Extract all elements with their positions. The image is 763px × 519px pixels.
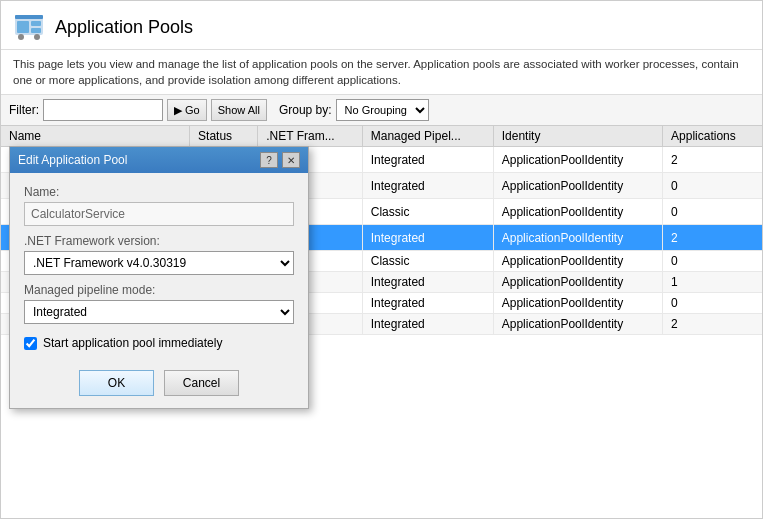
svg-point-5 [18,34,24,40]
dialog-help-button[interactable]: ? [260,152,278,168]
main-window: Application Pools This page lets you vie… [0,0,763,519]
toolbar: Filter: ▶ Go Show All Group by: No Group… [1,95,762,126]
name-label: Name: [24,185,294,199]
dialog-body: Name: .NET Framework version: .NET Frame… [10,173,308,362]
svg-rect-2 [17,21,29,33]
filter-label: Filter: [9,103,39,117]
show-all-button[interactable]: Show All [211,99,267,121]
svg-rect-4 [31,28,41,33]
dialog-controls: ? ✕ [260,152,300,168]
edit-app-pool-dialog: Edit Application Pool ? ✕ Name: . [9,146,309,409]
dialog-close-button[interactable]: ✕ [282,152,300,168]
name-group: Name: [24,185,294,226]
dialog-titlebar: Edit Application Pool ? ✕ [10,147,308,173]
pipeline-select[interactable]: Integrated Classic [24,300,294,324]
filter-input[interactable] [43,99,163,121]
net-framework-select[interactable]: .NET Framework v4.0.30319 .NET Framework… [24,251,294,275]
net-framework-group: .NET Framework version: .NET Framework v… [24,234,294,275]
net-framework-label: .NET Framework version: [24,234,294,248]
modal-overlay: Edit Application Pool ? ✕ Name: . [1,126,762,518]
svg-rect-3 [31,21,41,26]
cancel-button[interactable]: Cancel [164,370,239,396]
go-icon: ▶ [174,104,182,117]
pipeline-select-wrapper: Integrated Classic [24,300,294,324]
go-button[interactable]: ▶ Go [167,99,207,121]
dialog-title: Edit Application Pool [18,153,127,167]
pipeline-label: Managed pipeline mode: [24,283,294,297]
net-framework-select-wrapper: .NET Framework v4.0.30319 .NET Framework… [24,251,294,275]
start-immediately-row: Start application pool immediately [24,336,294,350]
dialog-footer: OK Cancel [10,362,308,408]
group-by-select[interactable]: No Grouping [336,99,429,121]
pipeline-group: Managed pipeline mode: Integrated Classi… [24,283,294,324]
page-title: Application Pools [55,17,193,38]
start-immediately-checkbox[interactable] [24,337,37,350]
group-by-label: Group by: [279,103,332,117]
svg-rect-1 [15,15,43,19]
app-pools-icon [13,11,45,43]
ok-button[interactable]: OK [79,370,154,396]
page-header: Application Pools [1,1,762,50]
svg-point-6 [34,34,40,40]
content-area: Name Status .NET Fram... Managed Pipel..… [1,126,762,518]
page-description: This page lets you view and manage the l… [1,50,762,95]
name-input[interactable] [24,202,294,226]
start-immediately-label: Start application pool immediately [43,336,222,350]
